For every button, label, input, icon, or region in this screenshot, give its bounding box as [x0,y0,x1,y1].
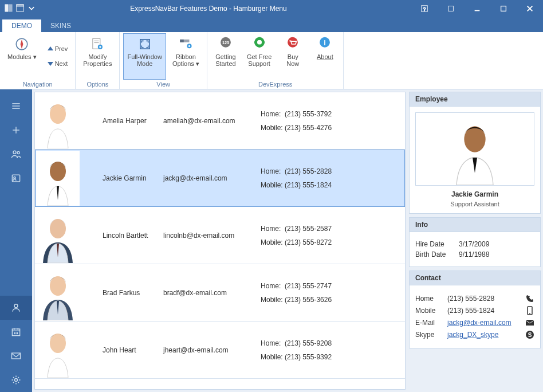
svg-point-21 [188,45,190,47]
tab-skins[interactable]: SKINS [41,19,80,32]
minimize-button[interactable] [464,0,490,17]
about-button[interactable]: i About [310,33,340,80]
modules-button[interactable]: Modules ▾ [3,33,41,80]
lifebuoy-icon [251,36,267,52]
employee-name-cell: Amelia Harper [83,117,163,125]
hire-date-label: Hire Date [415,240,453,248]
close-button[interactable] [517,0,543,17]
svg-rect-1 [9,4,12,11]
employee-phones-cell: Home: (213) 555-2587 Mobile: (213) 555-8… [261,225,405,246]
svg-rect-46 [12,353,21,359]
group-caption-options: Options [79,80,116,89]
ribbon-tabs: DEMO SKINS [0,17,543,32]
svg-point-47 [15,379,18,382]
svg-point-49 [50,104,66,124]
123-icon: 123 [218,36,234,52]
getting-started-button[interactable]: 123 Getting Started [211,33,241,80]
contact-email-label: E-Mail [415,319,443,327]
contact-mobile-label: Mobile [415,307,443,315]
employee-phones-cell: Home: (213) 555-9208 Mobile: (213) 555-9… [261,339,405,361]
calendar-icon[interactable] [0,320,32,344]
mobile-icon [525,306,534,315]
svg-text:123: 123 [222,40,229,45]
people-icon[interactable] [0,142,32,166]
add-icon[interactable] [0,118,32,142]
gear-icon[interactable] [0,368,32,392]
card-icon[interactable] [0,166,32,190]
prev-button[interactable]: Prev [43,42,72,56]
detail-panel: Employee Jackie Garmin Support Assistant [409,92,541,390]
svg-rect-3 [17,4,23,6]
contact-home-value: (213) 555-2828 [447,295,521,303]
birth-date-label: Birth Date [415,250,453,258]
document-gear-icon [89,36,105,52]
buy-now-button[interactable]: Buy Now [278,33,308,80]
help-icon[interactable]: ? [411,0,438,17]
svg-point-34 [13,151,16,154]
contact-skype-link[interactable]: jackg_DX_skype [447,331,498,339]
employee-email-cell: jackg@dx-email.com [163,174,261,182]
svg-point-55 [50,276,66,296]
phone-icon [525,294,534,303]
tab-demo[interactable]: DEMO [2,19,41,32]
employee-name-cell: Lincoln Bartlett [83,232,163,240]
svg-point-37 [14,177,15,179]
list-item[interactable]: Amelia Harper ameliah@dx-email.com Home:… [35,92,405,150]
get-support-button[interactable]: Get Free Support [243,33,276,80]
list-item[interactable]: Jackie Garmin jackg@dx-email.com Home: (… [35,150,405,207]
mail-icon[interactable] [0,344,32,368]
avatar [36,208,80,263]
compass-icon [14,36,30,52]
svg-rect-62 [526,320,534,326]
contact-home-label: Home [415,295,443,303]
avatar [36,265,80,320]
person-icon[interactable] [0,296,32,320]
svg-rect-0 [5,4,8,11]
employee-email-cell: bradf@dx-email.com [163,289,261,297]
next-button[interactable]: Next [43,57,72,71]
employee-name: Jackie Garmin [415,190,534,198]
cart-icon [285,36,301,52]
modify-properties-button[interactable]: Modify Properties [79,33,116,80]
svg-point-35 [17,151,19,154]
hamburger-icon[interactable] [0,94,32,118]
employee-name-cell: Brad Farkus [83,289,163,297]
svg-point-38 [14,304,18,308]
svg-text:i: i [324,38,326,47]
window-title: ExpressNavBar Features Demo - Hamburger … [40,5,411,13]
employee-title: Support Assistant [415,201,534,207]
employee-email-cell: ameliah@dx-email.com [163,117,261,125]
ribbon: Modules ▾ Prev Next Navigation Modif [0,32,543,89]
employee-phones-cell: Home: (213) 555-3792 Mobile: (213) 555-4… [261,110,405,132]
fullscreen-icon[interactable] [438,0,464,17]
contact-skype-label: Skype [415,331,443,339]
ribbon-options-button[interactable]: Ribbon Options ▾ [168,33,203,80]
svg-point-53 [50,219,66,238]
avatar [36,151,80,206]
maximize-button[interactable] [490,0,517,17]
app-icon-2 [16,4,24,14]
birth-date-value: 9/11/1988 [459,250,489,258]
svg-point-16 [100,46,101,48]
info-icon: i [317,36,333,52]
employee-email-cell: jheart@dx-email.com [163,346,261,354]
chevron-down-icon[interactable] [27,4,36,14]
ribbon-gear-icon [178,36,194,52]
svg-point-57 [50,334,66,353]
group-caption-devexpress: DevExpress [211,80,340,89]
envelope-icon [525,318,534,327]
list-item[interactable]: Lincoln Bartlett lincolnb@dx-email.com H… [35,207,405,264]
employee-phones-cell: Home: (213) 555-2828 Mobile: (213) 555-1… [261,167,405,189]
group-caption-navigation: Navigation [3,80,72,89]
employee-list: Amelia Harper ameliah@dx-email.com Home:… [34,92,406,390]
skype-icon: S [525,330,534,339]
triangle-up-icon [47,45,54,53]
svg-point-51 [50,162,66,181]
panel-header-contact: Contact [410,271,540,285]
list-item[interactable]: John Heart jheart@dx-email.com Home: (21… [35,322,405,379]
employee-email-cell: lincolnb@dx-email.com [163,232,261,240]
list-item[interactable]: Brad Farkus bradf@dx-email.com Home: (21… [35,264,405,322]
svg-text:S: S [528,332,532,338]
contact-email-link[interactable]: jackg@dx-email.com [447,319,511,327]
full-window-mode-button[interactable]: Full-Window Mode [123,33,166,80]
